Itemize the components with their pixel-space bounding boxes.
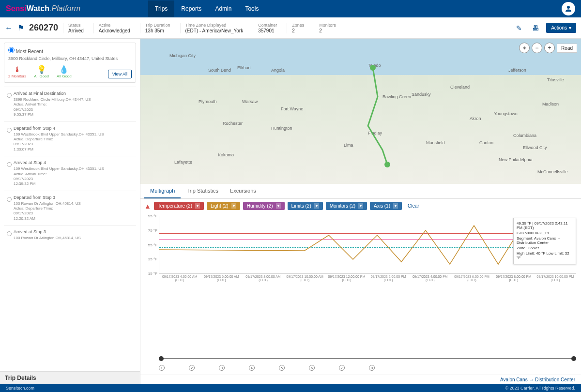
- ack-label: Active: [99, 23, 130, 28]
- container-value: 357901: [258, 28, 277, 33]
- time-slider[interactable]: [140, 354, 581, 361]
- actions-button[interactable]: Actions▾: [546, 23, 576, 33]
- bulb-icon: 💡: [37, 65, 46, 74]
- x-tick: 09/17/2023 10:00:00 PM (EDT): [535, 274, 576, 282]
- zones-value: 2: [292, 28, 304, 33]
- timeline-item[interactable]: Departed from Stop 4109 Westbrook Blvd U…: [4, 121, 136, 156]
- footer: Sensitech.com © 2023 Carrier. All Rights…: [0, 384, 581, 392]
- view-all-button[interactable]: View All: [108, 70, 132, 78]
- stop-dot[interactable]: 1: [159, 365, 165, 371]
- nav-tools[interactable]: Tools: [238, 0, 265, 17]
- chip-humidity[interactable]: Humidity (2)▾: [243, 202, 285, 210]
- svg-point-1: [370, 65, 376, 71]
- chart-tooltip: 49.39 °F | 09/17/2023 2:43:11 PM (EDT) G…: [513, 218, 576, 264]
- duration-label: Trip Duration: [145, 23, 170, 28]
- stop-dot[interactable]: 6: [309, 365, 315, 371]
- stop-dot[interactable]: 7: [339, 365, 345, 371]
- svg-point-0: [567, 6, 570, 9]
- chip-limits[interactable]: Limits (2)▾: [288, 202, 323, 210]
- trip-details-header[interactable]: Trip Details: [0, 371, 140, 384]
- app-logo: SensiWatch.Platform: [6, 4, 80, 13]
- monitors-label: Monitors: [319, 23, 336, 28]
- timeline-list[interactable]: Arrived at Final Destination3899 Rocklan…: [0, 87, 140, 371]
- recent-title: Most Recent: [16, 49, 43, 54]
- nav-reports[interactable]: Reports: [174, 0, 208, 17]
- user-icon: [564, 4, 573, 13]
- recent-address: 3900 Rockland Circle, Millbury, OH 43447…: [8, 56, 132, 61]
- tab-statistics[interactable]: Trip Statistics: [181, 184, 224, 198]
- chip-temperature[interactable]: Temperature (2)▾: [154, 202, 204, 210]
- flag-icon[interactable]: ⚑: [17, 23, 24, 32]
- multigraph-chart: 95 °F75 °F55 °F35 °F15 °F 09/17/2023 4:0…: [140, 213, 581, 354]
- chart-tabs: Multigraph Trip Statistics Excursions: [140, 184, 581, 199]
- zones-label: Zones: [292, 23, 304, 28]
- duration-value: 13h 35m: [145, 28, 170, 33]
- map-zoom-out-icon[interactable]: −: [532, 43, 542, 53]
- stop-markers: 12345678: [140, 361, 581, 375]
- chip-axis[interactable]: Axis (1)▾: [370, 202, 402, 210]
- x-tick: 09/17/2023 8:00:00 AM (EDT): [242, 274, 284, 282]
- stop-dot[interactable]: 8: [369, 365, 375, 371]
- stop-dot[interactable]: 4: [249, 365, 255, 371]
- slider-handle-end[interactable]: [571, 356, 576, 361]
- timeline-item[interactable]: Departed from Stop 3100 Rowan Dr Arlingt…: [4, 191, 136, 226]
- back-icon[interactable]: ←: [5, 24, 13, 32]
- map-locate-icon[interactable]: ⌖: [519, 43, 530, 53]
- x-tick: 09/17/2023 4:00:00 AM (EDT): [159, 274, 200, 282]
- slider-handle-start[interactable]: [159, 356, 164, 361]
- ack-value: Acknowledged: [99, 28, 130, 33]
- x-tick: 09/17/2023 2:00:00 PM (EDT): [367, 274, 409, 282]
- nav-trips[interactable]: Trips: [148, 0, 174, 17]
- y-tick: 55 °F: [146, 242, 157, 247]
- most-recent-card: Most Recent 3900 Rockland Circle, Millbu…: [4, 43, 136, 83]
- status-value: Arrived: [68, 28, 84, 33]
- humid-status: 💧All Good: [57, 65, 72, 78]
- map-layer-road[interactable]: Road: [557, 44, 577, 53]
- y-tick: 35 °F: [146, 257, 157, 261]
- tz-label: Time Zone Displayed: [185, 23, 244, 28]
- x-tick: 09/17/2023 6:00:00 AM (EDT): [200, 274, 242, 282]
- left-panel: Most Recent 3900 Rockland Circle, Millbu…: [0, 39, 140, 384]
- map-zoom-in-icon[interactable]: +: [544, 43, 555, 53]
- y-tick: 15 °F: [146, 271, 157, 276]
- temp-status: 🌡2 Monitors: [8, 65, 26, 78]
- edit-icon[interactable]: ✎: [513, 22, 525, 34]
- chip-light[interactable]: Light (2)▾: [207, 202, 240, 210]
- tab-multigraph[interactable]: Multigraph: [144, 184, 181, 198]
- nav-admin[interactable]: Admin: [208, 0, 238, 17]
- trip-id: 260270: [29, 23, 58, 33]
- timeline-item[interactable]: Arrived at Stop 4109 Westbrook Blvd Uppe…: [4, 156, 136, 191]
- container-label: Container: [258, 23, 277, 28]
- droplet-icon: 💧: [59, 65, 69, 74]
- recent-radio[interactable]: [8, 47, 15, 53]
- y-tick: 75 °F: [146, 228, 157, 232]
- print-icon[interactable]: 🖶: [530, 22, 541, 34]
- x-tick: 09/17/2023 4:00:00 PM (EDT): [409, 274, 451, 282]
- timeline-item[interactable]: Arrived at Final Destination3899 Rocklan…: [4, 87, 136, 121]
- route-footer: Avalon Cans → Distribution Center: [140, 375, 581, 384]
- tab-excursions[interactable]: Excursions: [224, 184, 262, 198]
- footer-copyright: © 2023 Carrier. All Rights Reserved.: [505, 386, 575, 391]
- x-tick: 09/17/2023 10:00:00 AM (EDT): [284, 274, 326, 282]
- thermometer-icon: 🌡: [14, 65, 21, 74]
- y-tick: 95 °F: [146, 214, 157, 218]
- clear-filters[interactable]: Clear: [408, 203, 419, 209]
- filter-chips: ▲ Temperature (2)▾ Light (2)▾ Humidity (…: [140, 199, 581, 213]
- map-view[interactable]: Michigan CitySouth BendElkhartAngolaTole…: [140, 39, 581, 184]
- x-tick: 09/17/2023 6:00:00 PM (EDT): [451, 274, 492, 282]
- svg-point-2: [384, 162, 390, 167]
- chip-monitors[interactable]: Monitors (2)▾: [326, 202, 367, 210]
- light-status: 💡All Good: [34, 65, 49, 78]
- trip-header: ← ⚑ 260270 StatusArrived ActiveAcknowled…: [0, 17, 581, 39]
- stop-dot[interactable]: 5: [279, 365, 285, 371]
- footer-site[interactable]: Sensitech.com: [6, 386, 34, 391]
- status-label: Status: [68, 23, 84, 28]
- stop-dot[interactable]: 2: [189, 365, 195, 371]
- alert-icon: ▲: [144, 202, 151, 210]
- user-avatar[interactable]: [562, 2, 575, 15]
- route-line: [140, 39, 581, 184]
- tz-value: (EDT) - America/New_York: [185, 28, 244, 33]
- timeline-item[interactable]: Arrived at Stop 3100 Rowan Dr Arlington,…: [4, 225, 136, 244]
- stop-dot[interactable]: 3: [219, 365, 225, 371]
- monitors-value: 2: [319, 28, 336, 33]
